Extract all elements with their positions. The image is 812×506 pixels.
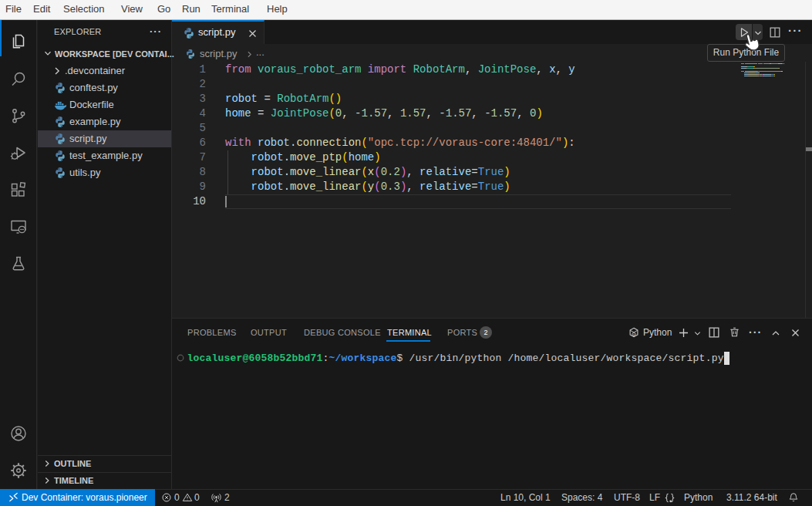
svg-text:s: s bbox=[633, 332, 635, 336]
